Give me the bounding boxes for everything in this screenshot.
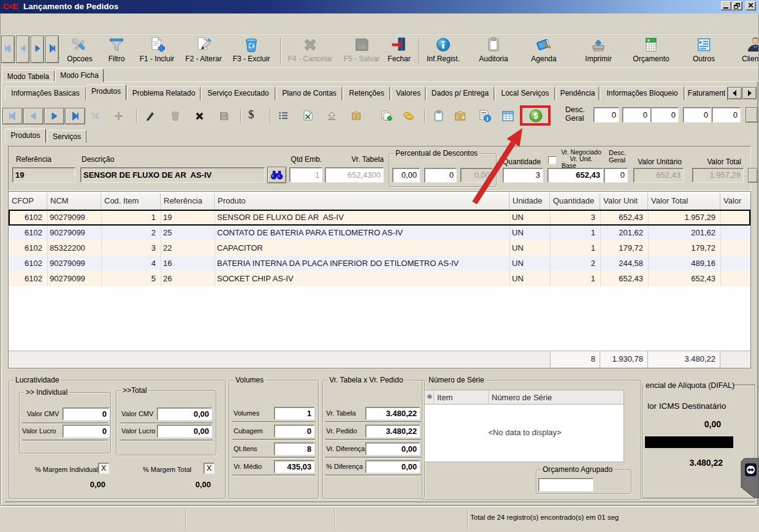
svg-text:$: $ bbox=[533, 111, 538, 121]
